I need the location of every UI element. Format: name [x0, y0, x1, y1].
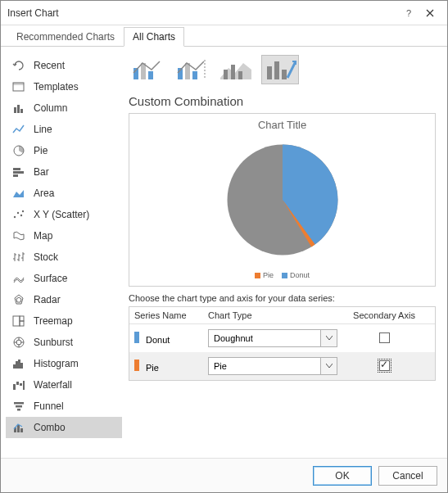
help-button[interactable]: ?: [398, 4, 419, 22]
sidebar-item-sunburst[interactable]: Sunburst: [6, 332, 122, 353]
svg-rect-25: [13, 384, 16, 390]
secondary-axis-checkbox-donut[interactable]: [379, 332, 390, 343]
map-icon: [11, 228, 27, 243]
series-name: Donut: [146, 335, 170, 345]
chart-type-select-pie[interactable]: Pie: [208, 357, 337, 375]
sidebar-item-label: Area: [34, 188, 54, 199]
svg-point-10: [14, 216, 16, 218]
svg-rect-22: [16, 361, 18, 369]
svg-rect-45: [267, 66, 272, 79]
titlebar: Insert Chart ?: [1, 1, 447, 25]
combo-subtype-custom[interactable]: [261, 55, 299, 84]
sidebar-item-column[interactable]: Column: [6, 97, 122, 119]
close-button[interactable]: [419, 4, 441, 22]
sidebar-item-label: Funnel: [34, 400, 64, 412]
surface-icon: [11, 271, 27, 286]
svg-rect-44: [238, 71, 242, 79]
series-name: Pie: [146, 363, 159, 373]
tab-recommended[interactable]: Recommended Charts: [7, 27, 124, 47]
sidebar-item-line[interactable]: Line: [6, 119, 122, 140]
legend-swatch-donut: [282, 273, 287, 278]
combo-icon: [11, 420, 27, 435]
combo-subtype-row: [129, 55, 436, 84]
sidebar-item-templates[interactable]: Templates: [6, 76, 122, 97]
sidebar-item-label: Templates: [34, 81, 79, 93]
chart-type-select-donut[interactable]: Doughnut: [208, 329, 337, 347]
svg-rect-9: [13, 174, 18, 177]
chart-preview[interactable]: Chart Title Pie Donut: [129, 113, 436, 287]
svg-rect-3: [14, 107, 16, 113]
header-secondary-axis: Secondary Axis: [347, 310, 421, 320]
sidebar-item-label: Recent: [34, 60, 65, 71]
waterfall-icon: [11, 378, 27, 392]
header-series-name: Series Name: [134, 310, 208, 320]
histogram-icon: [11, 356, 27, 371]
sidebar-item-label: Stock: [34, 251, 58, 263]
svg-rect-8: [13, 171, 24, 174]
svg-rect-42: [224, 70, 228, 79]
legend-label-pie: Pie: [263, 271, 274, 279]
tab-all-charts[interactable]: All Charts: [124, 27, 184, 47]
svg-rect-4: [17, 105, 20, 113]
sunburst-icon: [11, 335, 27, 350]
svg-rect-34: [20, 428, 23, 432]
sidebar-item-combo[interactable]: Combo: [6, 417, 122, 438]
sidebar-item-label: Treemap: [34, 315, 73, 327]
svg-rect-46: [274, 61, 279, 79]
column-icon: [11, 101, 27, 115]
sidebar-item-stock[interactable]: Stock: [6, 246, 122, 268]
treemap-icon: [11, 314, 27, 328]
svg-rect-37: [148, 71, 153, 79]
sidebar-item-label: Map: [34, 230, 52, 242]
sidebar-item-recent[interactable]: Recent: [6, 55, 122, 76]
svg-marker-15: [16, 297, 21, 302]
svg-rect-5: [20, 109, 23, 113]
svg-rect-47: [282, 70, 287, 79]
sidebar-item-waterfall[interactable]: Waterfall: [6, 374, 122, 396]
sidebar-item-treemap[interactable]: Treemap: [6, 310, 122, 332]
sidebar-item-histogram[interactable]: Histogram: [6, 353, 122, 374]
select-value: Pie: [214, 361, 227, 371]
svg-rect-40: [192, 71, 197, 79]
svg-rect-29: [14, 402, 24, 405]
svg-point-13: [22, 210, 24, 212]
chart-title: Chart Title: [129, 114, 435, 131]
sidebar-item-map[interactable]: Map: [6, 225, 122, 246]
combo-subtype-1[interactable]: [129, 55, 166, 84]
svg-rect-27: [20, 383, 22, 386]
svg-rect-21: [13, 364, 16, 369]
svg-rect-33: [17, 425, 20, 432]
sidebar-item-bar[interactable]: Bar: [6, 161, 122, 183]
sidebar-item-funnel[interactable]: Funnel: [6, 396, 122, 417]
svg-text:?: ?: [406, 8, 411, 18]
radar-icon: [11, 292, 27, 307]
svg-rect-7: [13, 168, 20, 170]
line-icon: [11, 122, 27, 137]
templates-icon: [11, 79, 27, 94]
stock-icon: [11, 250, 27, 265]
cancel-button[interactable]: Cancel: [378, 466, 437, 486]
sidebar-item-label: Waterfall: [34, 379, 72, 391]
funnel-icon: [11, 399, 27, 414]
recent-icon: [11, 58, 27, 73]
select-value: Doughnut: [214, 333, 253, 343]
scatter-icon: [11, 207, 27, 222]
ok-button[interactable]: OK: [313, 466, 372, 486]
sidebar-item-area[interactable]: Area: [6, 183, 122, 204]
chart-legend: Pie Donut: [129, 271, 435, 279]
pie-icon: [11, 143, 27, 158]
sidebar-item-scatter[interactable]: X Y (Scatter): [6, 204, 122, 225]
svg-rect-18: [20, 321, 24, 326]
sidebar-item-surface[interactable]: Surface: [6, 268, 122, 289]
combo-subtype-3[interactable]: [217, 55, 255, 84]
sidebar-item-label: Bar: [34, 166, 49, 178]
secondary-axis-checkbox-pie[interactable]: [379, 360, 390, 371]
sidebar-item-radar[interactable]: Radar: [6, 289, 122, 310]
svg-point-12: [20, 215, 22, 216]
combo-subtype-2[interactable]: [173, 55, 210, 84]
svg-rect-28: [23, 381, 25, 390]
series-header: Series Name Chart Type Secondary Axis: [129, 307, 435, 324]
svg-rect-43: [231, 65, 235, 79]
sidebar-item-pie[interactable]: Pie: [6, 140, 122, 161]
header-chart-type: Chart Type: [208, 310, 347, 320]
